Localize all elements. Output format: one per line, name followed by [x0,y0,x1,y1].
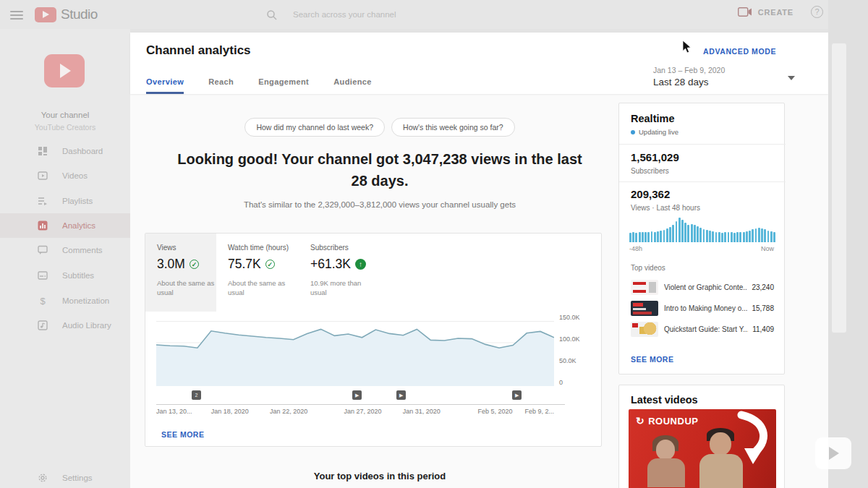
tab-overview[interactable]: Overview [146,77,184,94]
realtime-bar [758,228,760,242]
metric-watch-time[interactable]: Watch time (hours) 75.7K✓ About the same… [216,234,299,312]
realtime-subscribers-label: Subscribers [631,167,669,175]
metric-label: Watch time (hours) [228,244,299,252]
sidebar-item-monetization[interactable]: $ Monetization [0,288,130,313]
y-axis: 150.0K100.0K50.0K0 [559,317,592,382]
analytics-header: Channel analytics Overview Reach Engagem… [130,33,828,94]
youtube-logo-icon [35,7,56,22]
realtime-bar [635,233,637,242]
realtime-bar [739,232,741,242]
multi-video-marker[interactable]: 2 [192,390,201,400]
create-button[interactable]: CREATE [738,7,793,17]
realtime-bar [647,232,650,242]
top-videos-label: Top videos [631,264,665,272]
sidebar-item-label: Videos [62,171,88,180]
sidebar-item-dashboard[interactable]: Dashboard [0,139,130,163]
realtime-bar [651,231,653,242]
realtime-bar [733,233,736,242]
video-thumbnail [631,322,658,337]
page-title: Channel analytics [146,43,251,58]
y-axis-label: 50.0K [559,357,576,364]
metric-status: 10.9K more than usual [310,278,370,297]
sidebar-item-label: Comments [62,246,103,254]
realtime-bar [746,231,748,242]
realtime-bar [752,229,754,242]
video-title: Quickstart Guide: Start Y... [664,325,748,333]
realtime-bar [767,231,770,242]
chevron-down-icon [788,76,795,80]
realtime-bar [721,233,723,242]
realtime-bar [728,232,730,242]
realtime-bar [718,232,720,242]
x-axis-label: Feb 9, 2... [524,408,554,415]
realtime-bar [657,231,659,242]
top-video-row[interactable]: Violent or Graphic Conte... 23,240 [631,278,774,296]
channel-avatar[interactable] [44,54,85,87]
views-trend-chart[interactable] [156,321,554,386]
realtime-views-value: 209,362 [631,188,670,200]
sidebar: Your channel YouTube Creators Dashboard … [0,29,130,488]
date-preset-text: Last 28 days [653,77,783,87]
roundup-logo: ↻ROUNDUP [636,415,698,427]
see-more-link[interactable]: SEE MORE [161,430,204,439]
channel-name-label: Your channel [0,111,130,119]
sidebar-item-label: Analytics [62,221,95,230]
realtime-card: Realtime Updating live 1,561,029 Subscri… [618,103,785,374]
check-circle-icon: ✓ [265,260,275,269]
video-published-marker[interactable]: ▶ [396,390,406,400]
realtime-bar [712,231,714,242]
realtime-bar [639,232,641,242]
latest-videos-card: Latest videos ↻ROUNDUP New Copyright Fea… [618,385,785,488]
top-video-row[interactable]: Quickstart Guide: Start Y... 11,409 [631,320,774,338]
video-published-marker[interactable]: ▶ [352,390,362,400]
y-axis-label: 100.0K [559,335,580,343]
video-published-marker[interactable]: ▶ [512,390,522,400]
video-publish-markers: 2▶▶▶ [156,390,554,401]
sidebar-item-playlists[interactable]: Playlists [0,189,130,213]
search-bar[interactable]: Search across your channel [266,6,570,23]
chip-this-week[interactable]: How's this week going so far? [391,118,515,137]
menu-icon[interactable] [10,9,23,19]
realtime-see-more-link[interactable]: SEE MORE [631,355,673,364]
create-button-label: CREATE [758,8,793,17]
metric-subscribers[interactable]: Subscribers +61.3K↑ 10.9K more than usua… [299,234,381,312]
metric-value: +61.3K [310,257,351,272]
sidebar-item-audio-library[interactable]: Audio Library [0,313,130,338]
sidebar-item-videos[interactable]: Videos [0,163,130,188]
topbar: Studio Search across your channel CREATE… [0,0,868,29]
sidebar-item-analytics[interactable]: Analytics [0,213,130,238]
realtime-bar [770,231,773,242]
top-video-row[interactable]: Intro to Making Money o... 15,788 [631,299,774,317]
search-input[interactable]: Search across your channel [293,10,396,19]
refresh-icon: ↻ [636,415,644,427]
check-circle-icon: ✓ [190,260,199,269]
help-icon[interactable]: ? [811,6,823,18]
sidebar-item-settings[interactable]: Settings [0,466,130,488]
metric-views[interactable]: Views 3.0M✓ About the same as usual [145,234,216,312]
sidebar-item-label: Monetization [62,296,109,305]
x-axis-label: Jan 13, 20... [156,408,192,415]
advanced-mode-button[interactable]: ADVANCED MODE [703,47,776,56]
x-axis-label: Jan 31, 2020 [403,408,441,415]
comments-icon [38,245,48,255]
monetization-icon: $ [38,296,48,306]
top-videos-section-heading: Your top videos in this period [145,471,615,481]
date-range-selector[interactable]: Jan 13 – Feb 9, 2020 Last 28 days [653,66,783,87]
metric-status: About the same as usual [228,278,287,297]
tab-reach[interactable]: Reach [208,77,234,94]
video-title: Intro to Making Money o... [664,304,747,312]
sidebar-item-subtitles[interactable]: Subtitles [0,263,130,288]
analytics-icon [38,221,48,231]
scrollbar-thumb[interactable] [832,43,846,333]
svg-text:$: $ [40,296,46,306]
realtime-axis-start: -48h [629,245,642,252]
floating-play-button[interactable] [815,437,851,469]
tab-audience[interactable]: Audience [333,77,372,94]
chip-last-week[interactable]: How did my channel do last week? [244,118,385,137]
latest-video-thumbnail[interactable]: ↻ROUNDUP New Copyright Features, Updates… [629,409,776,488]
video-views: 11,409 [752,325,774,333]
tab-engagement[interactable]: Engagement [258,77,309,94]
youtube-studio-logo[interactable]: Studio [35,7,98,22]
sidebar-item-comments[interactable]: Comments [0,238,130,262]
subtitles-icon [38,270,48,281]
